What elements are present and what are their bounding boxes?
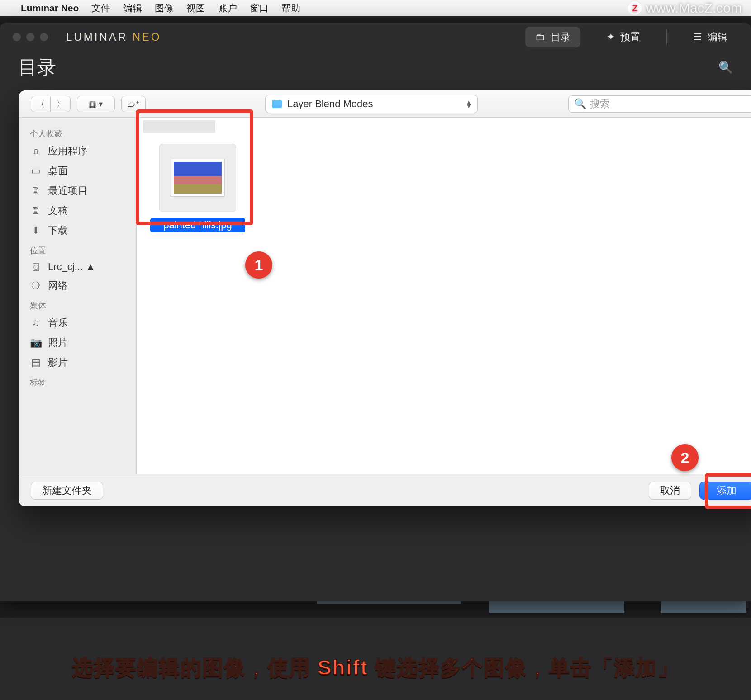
sidebar-item-volume[interactable]: ⌼Lrc_cj... ▲ bbox=[19, 258, 136, 276]
folder-icon: 🗀 bbox=[535, 31, 545, 43]
sidebar-section-media: 媒体 bbox=[19, 296, 136, 313]
path-dropdown[interactable]: Layer Blend Modes ▲▼ bbox=[265, 95, 478, 113]
file-item[interactable]: painted hills.jpg bbox=[150, 144, 245, 232]
annotation-badge-1: 1 bbox=[245, 251, 272, 279]
menubar-app-name[interactable]: Luminar Neo bbox=[21, 3, 79, 14]
view-mode-button[interactable]: ▦ ▾ bbox=[77, 96, 115, 112]
app-titlebar: LUMINAR NEO 🗀 目录 ✦ 预置 ☰ 编辑 bbox=[0, 23, 751, 52]
sidebar-section-tags: 标签 bbox=[19, 373, 136, 390]
sidebar-item-label: Lrc_cj... ▲ bbox=[48, 261, 95, 273]
menu-account[interactable]: 账户 bbox=[218, 2, 237, 14]
applications-icon: ⩍ bbox=[30, 145, 42, 157]
sidebar-item-movies[interactable]: ▤影片 bbox=[19, 353, 136, 373]
file-name-label: painted hills.jpg bbox=[150, 218, 245, 232]
network-icon: ❍ bbox=[30, 280, 42, 292]
camera-icon: 📷 bbox=[30, 337, 42, 349]
redacted-strip bbox=[143, 120, 215, 133]
menu-file[interactable]: 文件 bbox=[91, 2, 110, 14]
macos-menubar: Luminar Neo 文件 编辑 图像 视图 账户 窗口 帮助 Z www.M… bbox=[0, 0, 751, 16]
search-icon: 🔍 bbox=[574, 98, 586, 110]
search-icon[interactable]: 🔍 bbox=[718, 61, 733, 75]
dialog-search-field[interactable]: 🔍 搜索 bbox=[568, 95, 751, 113]
menu-window[interactable]: 窗口 bbox=[250, 2, 269, 14]
folder-plus-icon: 🗁⁺ bbox=[127, 99, 140, 109]
dialog-footer: 新建文件夹 取消 添加 bbox=[19, 474, 751, 506]
sidebar-item-downloads[interactable]: ⬇下载 bbox=[19, 221, 136, 241]
sparkle-icon: ✦ bbox=[607, 31, 615, 43]
folder-icon bbox=[272, 100, 282, 108]
sidebar-item-label: 影片 bbox=[48, 356, 68, 369]
chevron-left-icon: 〈 bbox=[37, 99, 45, 109]
updown-icon: ▲▼ bbox=[466, 100, 472, 108]
sidebar-item-label: 音乐 bbox=[48, 316, 68, 330]
menu-image[interactable]: 图像 bbox=[155, 2, 174, 14]
sidebar-item-photos[interactable]: 📷照片 bbox=[19, 333, 136, 353]
menu-view[interactable]: 视图 bbox=[186, 2, 205, 14]
sidebar-section-favorites: 个人收藏 bbox=[19, 124, 136, 141]
tab-label: 目录 bbox=[551, 30, 570, 44]
recents-icon: 🗎 bbox=[30, 185, 42, 197]
cancel-button[interactable]: 取消 bbox=[649, 482, 691, 500]
film-icon: ▤ bbox=[30, 357, 42, 369]
sliders-icon: ☰ bbox=[693, 31, 702, 43]
path-label: Layer Blend Modes bbox=[287, 98, 373, 110]
app-logo: LUMINAR NEO bbox=[66, 31, 162, 43]
sidebar-item-music[interactable]: ♫音乐 bbox=[19, 313, 136, 333]
app-subheader: 目录 🔍 bbox=[0, 52, 751, 83]
sidebar-item-label: 照片 bbox=[48, 336, 68, 350]
menu-edit[interactable]: 编辑 bbox=[123, 2, 142, 14]
downloads-icon: ⬇ bbox=[30, 225, 42, 236]
new-folder-button[interactable]: 新建文件夹 bbox=[31, 482, 103, 500]
nav-back-button[interactable]: 〈 bbox=[31, 96, 51, 112]
window-traffic-lights[interactable] bbox=[13, 33, 48, 41]
tab-label: 预置 bbox=[620, 30, 640, 44]
dialog-file-grid[interactable]: painted hills.jpg bbox=[137, 118, 751, 474]
watermark: Z www.MacZ.com bbox=[628, 0, 742, 16]
watermark-badge-icon: Z bbox=[628, 1, 642, 15]
page-title: 目录 bbox=[18, 55, 56, 80]
annotation-badge-2: 2 bbox=[671, 444, 699, 471]
sidebar-item-desktop[interactable]: ▭桌面 bbox=[19, 161, 136, 181]
search-placeholder: 搜索 bbox=[590, 97, 610, 111]
dialog-sidebar: 个人收藏 ⩍应用程序 ▭桌面 🗎最近项目 🗎文稿 ⬇下载 位置 ⌼Lrc_cj.… bbox=[19, 118, 137, 474]
divider bbox=[666, 29, 667, 45]
sidebar-item-documents[interactable]: 🗎文稿 bbox=[19, 201, 136, 221]
dialog-toolbar: 〈 〉 ▦ ▾ 🗁⁺ Layer Blend Modes ▲▼ 🔍 搜索 bbox=[19, 90, 751, 118]
sidebar-item-recents[interactable]: 🗎最近项目 bbox=[19, 181, 136, 201]
watermark-text: www.MacZ.com bbox=[646, 0, 742, 16]
desktop-icon: ▭ bbox=[30, 165, 42, 177]
sidebar-item-applications[interactable]: ⩍应用程序 bbox=[19, 141, 136, 161]
file-thumbnail bbox=[159, 144, 236, 212]
grid-view-icon: ▦ ▾ bbox=[89, 99, 103, 109]
drive-icon: ⌼ bbox=[30, 261, 42, 273]
sidebar-section-locations: 位置 bbox=[19, 241, 136, 258]
tab-label: 编辑 bbox=[708, 30, 727, 44]
sidebar-item-label: 网络 bbox=[48, 279, 68, 293]
arrange-button[interactable]: 🗁⁺ bbox=[121, 96, 146, 112]
tab-catalog[interactable]: 🗀 目录 bbox=[525, 27, 580, 47]
nav-forward-button[interactable]: 〉 bbox=[51, 96, 71, 112]
file-open-dialog: 〈 〉 ▦ ▾ 🗁⁺ Layer Blend Modes ▲▼ 🔍 搜索 个人收… bbox=[19, 90, 751, 506]
menu-help[interactable]: 帮助 bbox=[281, 2, 300, 14]
documents-icon: 🗎 bbox=[30, 205, 42, 217]
sidebar-item-label: 应用程序 bbox=[48, 144, 88, 158]
instruction-caption: 选择要编辑的图像，使用 Shift 键选择多个图像，单击「添加」 bbox=[0, 654, 751, 682]
sidebar-item-label: 文稿 bbox=[48, 204, 68, 218]
sidebar-item-label: 下载 bbox=[48, 224, 68, 237]
tab-edit[interactable]: ☰ 编辑 bbox=[683, 27, 737, 47]
sidebar-item-network[interactable]: ❍网络 bbox=[19, 276, 136, 296]
chevron-right-icon: 〉 bbox=[57, 99, 65, 109]
sidebar-item-label: 桌面 bbox=[48, 164, 68, 178]
add-button[interactable]: 添加 bbox=[699, 482, 751, 500]
music-icon: ♫ bbox=[30, 317, 42, 329]
tab-presets[interactable]: ✦ 预置 bbox=[597, 27, 650, 47]
sidebar-item-label: 最近项目 bbox=[48, 184, 88, 198]
